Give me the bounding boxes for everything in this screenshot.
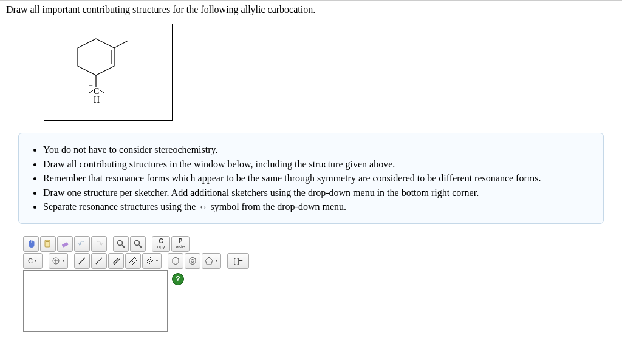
charge-picker-button[interactable]: ▼ <box>49 253 68 269</box>
toolbar-row-1: C opy P aste <box>23 236 266 252</box>
bond-dropdown-button[interactable]: ▼ <box>142 253 162 269</box>
sketch-canvas[interactable]: ? <box>23 270 168 332</box>
double-bond-icon <box>111 256 121 266</box>
pentagon-icon <box>204 256 214 266</box>
zoom-out-icon <box>133 239 143 249</box>
svg-line-21 <box>96 258 102 264</box>
single-bond-button[interactable] <box>74 253 90 269</box>
plus-circle-icon <box>51 256 61 266</box>
instruction-item: Separate resonance structures using the … <box>43 200 592 214</box>
bracket-charge-button[interactable]: [ ]± <box>227 253 249 269</box>
copy-label-bottom: opy <box>157 244 165 249</box>
single-bond-icon <box>77 256 87 266</box>
bracket-label: [ ]± <box>233 257 242 265</box>
hydrogen-label: H <box>94 95 100 104</box>
svg-marker-34 <box>205 257 213 265</box>
charge-label: + <box>89 81 93 90</box>
instruction-item: Draw one structure per sketcher. Add add… <box>43 186 592 200</box>
quad-bond-icon <box>145 256 154 266</box>
instruction-item: Draw all contributing structures in the … <box>43 158 592 171</box>
zoom-in-icon <box>116 239 126 249</box>
lasso-icon <box>43 239 53 249</box>
svg-line-2 <box>114 41 128 48</box>
sketcher-area: C opy P aste C ▼ ▼ <box>23 236 266 332</box>
help-button[interactable]: ? <box>172 273 184 285</box>
dashed-bond-icon <box>94 256 104 266</box>
hexagon-ring-button[interactable] <box>168 253 183 269</box>
svg-marker-0 <box>78 39 114 75</box>
hexagon-icon <box>171 256 180 266</box>
given-structure-box: + C H <box>44 24 173 121</box>
redo-button[interactable] <box>91 236 107 252</box>
undo-button[interactable] <box>74 236 90 252</box>
dashed-bond-button[interactable] <box>91 253 107 269</box>
instruction-item: You do not have to consider stereochemis… <box>43 143 592 157</box>
select-tool-button[interactable] <box>40 236 56 252</box>
undo-icon <box>77 239 87 249</box>
svg-line-15 <box>139 245 142 248</box>
svg-line-11 <box>122 245 125 248</box>
redo-icon <box>94 239 104 249</box>
copy-button[interactable]: C opy <box>152 236 170 252</box>
svg-rect-8 <box>46 243 49 243</box>
triple-bond-icon <box>128 256 138 266</box>
toolbar-row-2: C ▼ ▼ ▼ <box>23 253 266 269</box>
svg-rect-7 <box>46 241 49 242</box>
benzene-icon <box>188 256 197 266</box>
chevron-down-icon: ▼ <box>61 258 66 263</box>
svg-rect-6 <box>45 240 50 247</box>
instruction-list: You do not have to consider stereochemis… <box>30 143 592 214</box>
carbocation-structure: + C H <box>56 30 160 115</box>
svg-line-25 <box>131 258 136 264</box>
svg-line-4 <box>89 90 93 93</box>
svg-line-24 <box>129 257 135 263</box>
svg-marker-32 <box>190 257 196 265</box>
svg-marker-31 <box>173 257 179 265</box>
ring-dropdown-button[interactable]: ▼ <box>202 253 221 269</box>
eraser-tool-button[interactable] <box>57 236 73 252</box>
eraser-icon <box>60 239 70 249</box>
svg-line-20 <box>79 258 85 264</box>
benzene-ring-button[interactable] <box>185 253 200 269</box>
svg-rect-9 <box>62 242 69 248</box>
hand-icon <box>26 239 36 249</box>
paste-button[interactable]: P aste <box>171 236 190 252</box>
svg-point-33 <box>191 259 194 262</box>
triple-bond-button[interactable] <box>125 253 141 269</box>
element-label: C <box>28 257 33 265</box>
hand-tool-button[interactable] <box>23 236 39 252</box>
zoom-out-button[interactable] <box>130 236 146 252</box>
chevron-down-icon: ▼ <box>214 258 219 263</box>
carbon-label: C <box>94 87 99 96</box>
svg-line-26 <box>132 260 137 265</box>
double-bond-button[interactable] <box>108 253 124 269</box>
instruction-panel: You do not have to consider stereochemis… <box>18 133 604 224</box>
zoom-in-button[interactable] <box>113 236 129 252</box>
svg-line-5 <box>100 90 104 93</box>
chevron-down-icon: ▼ <box>33 258 38 263</box>
question-prompt: Draw all important contributing structur… <box>0 1 622 24</box>
instruction-item: Remember that resonance forms which appe… <box>43 172 592 185</box>
element-picker-button[interactable]: C ▼ <box>23 253 43 269</box>
help-icon: ? <box>176 275 180 283</box>
chevron-down-icon: ▼ <box>155 258 159 263</box>
paste-label-bottom: aste <box>176 244 185 249</box>
